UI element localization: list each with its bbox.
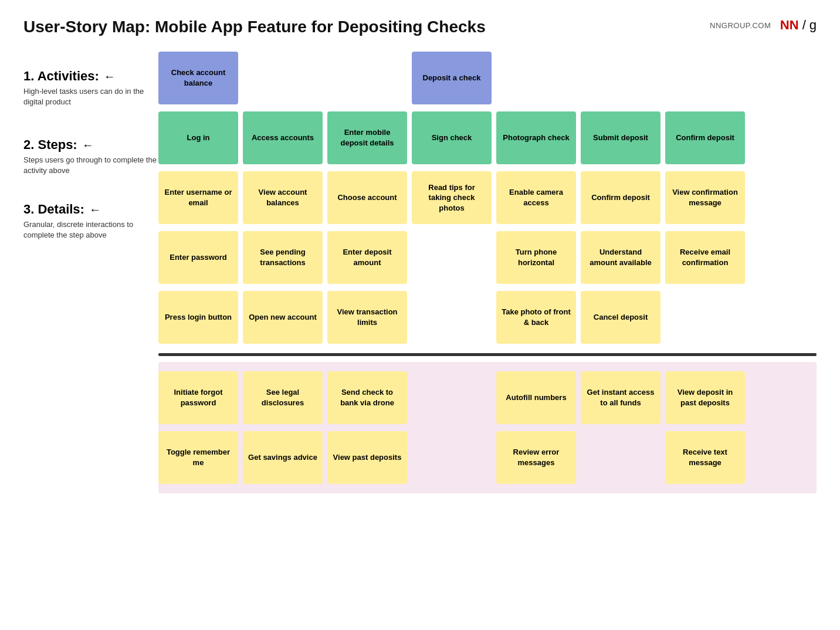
section-divider [158,353,817,356]
card [581,431,661,484]
steps-desc: Steps users go through to complete the a… [23,155,158,176]
card: Enter mobile deposit details [327,111,407,164]
steps-label: 2. Steps: ← [23,137,158,153]
card: Get savings advice [243,431,323,484]
details-row: Enter username or emailView account bala… [158,168,817,228]
steps-arrow: ← [82,138,94,152]
card: Choose account [327,171,407,224]
card: See legal disclosures [243,371,323,424]
labels-column: 1. Activities: ← High-level tasks users … [23,48,158,493]
card: Confirm deposit [665,111,745,164]
card: Open new account [243,291,323,344]
card: Enter password [158,231,238,284]
logo-g: g [809,18,817,33]
steps-row: Log inAccess accountsEnter mobile deposi… [158,108,817,168]
details-row: Enter passwordSee pending transactionsEn… [158,228,817,287]
card: Autofill numbers [496,371,576,424]
card: View transaction limits [327,291,407,344]
card [412,371,492,424]
card [412,291,492,344]
card: Sign check [412,111,492,164]
card: View account balances [243,171,323,224]
card: Get instant access to all funds [581,371,661,424]
story-map: 1. Activities: ← High-level tasks users … [23,48,817,493]
card: Check account balance [158,52,238,104]
card: View past deposits [327,431,407,484]
card: Receive email confirmation [665,231,745,284]
activities-arrow: ← [104,70,116,83]
steps-label-section: 2. Steps: ← Steps users go through to co… [23,124,158,189]
card: Confirm deposit [581,171,661,224]
page-header: User-Story Map: Mobile App Feature for D… [23,18,817,36]
card [412,231,492,284]
card: Read tips for taking check photos [412,171,492,224]
card [243,52,323,104]
pink-section: Initiate forgot passwordSee legal disclo… [158,362,817,493]
card [327,52,407,104]
card: Photograph check [496,111,576,164]
pink-row: Toggle remember meGet savings adviceView… [158,428,817,487]
card: Submit deposit [581,111,661,164]
card [412,431,492,484]
card [581,52,661,104]
card: Enable camera access [496,171,576,224]
card: Understand amount available [581,231,661,284]
logo-url: NNGROUP.COM [710,21,771,30]
logo: NNGROUP.COM NN/g [710,18,817,33]
card [496,52,576,104]
activities-label-section: 1. Activities: ← High-level tasks users … [23,48,158,124]
activities-label: 1. Activities: ← [23,69,158,84]
details-row: Press login buttonOpen new accountView t… [158,287,817,347]
details-label: 3. Details: ← [23,202,158,217]
details-label-section: 3. Details: ← Granular, discrete interac… [23,189,158,259]
card: View confirmation message [665,171,745,224]
details-arrow: ← [89,203,101,216]
card: Toggle remember me [158,431,238,484]
card: See pending transactions [243,231,323,284]
details-desc: Granular, discrete interactions to compl… [23,219,158,241]
card: Press login button [158,291,238,344]
card: Enter deposit amount [327,231,407,284]
card: Take photo of front & back [496,291,576,344]
logo-slash: / [802,18,806,33]
card: Send check to bank via drone [327,371,407,424]
activities-row: Check account balanceDeposit a check [158,48,817,108]
card: Turn phone horizontal [496,231,576,284]
card: Receive text message [665,431,745,484]
activities-desc: High-level tasks users can do in the dig… [23,86,158,107]
card: Deposit a check [412,52,492,104]
page-title: User-Story Map: Mobile App Feature for D… [23,18,486,36]
pink-row: Initiate forgot passwordSee legal disclo… [158,368,817,428]
logo-nn: NN [780,18,799,33]
card [665,291,745,344]
card: Review error messages [496,431,576,484]
card: Cancel deposit [581,291,661,344]
card [665,52,745,104]
card: Enter username or email [158,171,238,224]
card: Initiate forgot password [158,371,238,424]
grid-area: Check account balanceDeposit a check Log… [158,48,817,493]
card: Log in [158,111,238,164]
card: View deposit in past deposits [665,371,745,424]
card: Access accounts [243,111,323,164]
